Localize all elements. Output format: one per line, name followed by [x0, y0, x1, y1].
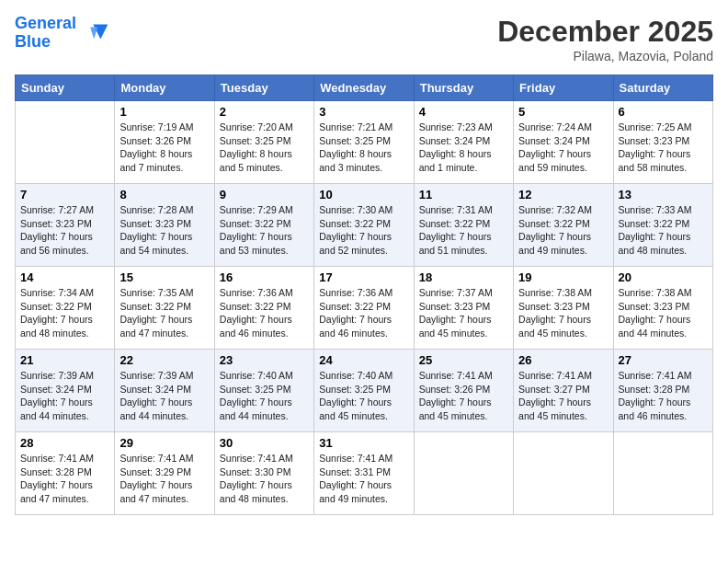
day-info: Sunrise: 7:34 AMSunset: 3:22 PMDaylight:…	[20, 286, 109, 340]
day-info: Sunrise: 7:30 AMSunset: 3:22 PMDaylight:…	[319, 203, 408, 258]
day-info: Sunrise: 7:39 AMSunset: 3:24 PMDaylight:…	[119, 369, 209, 423]
calendar-cell: 9Sunrise: 7:29 AMSunset: 3:22 PMDaylight…	[214, 184, 313, 267]
day-number: 4	[419, 105, 508, 119]
header-wednesday: Wednesday	[314, 75, 414, 101]
calendar-cell: 8Sunrise: 7:28 AMSunset: 3:23 PMDaylight…	[115, 184, 214, 267]
calendar-cell: 15Sunrise: 7:35 AMSunset: 3:22 PMDayligh…	[115, 267, 214, 350]
header-monday: Monday	[115, 75, 214, 101]
calendar-cell: 1Sunrise: 7:19 AMSunset: 3:26 PMDaylight…	[115, 101, 214, 184]
calendar-cell: 28Sunrise: 7:41 AMSunset: 3:28 PMDayligh…	[16, 432, 115, 515]
day-info: Sunrise: 7:28 AMSunset: 3:23 PMDaylight:…	[119, 203, 209, 258]
calendar-cell: 22Sunrise: 7:39 AMSunset: 3:24 PMDayligh…	[115, 350, 214, 432]
calendar-week-row: 21Sunrise: 7:39 AMSunset: 3:24 PMDayligh…	[16, 350, 713, 432]
calendar-cell	[16, 101, 115, 184]
calendar-week-row: 28Sunrise: 7:41 AMSunset: 3:28 PMDayligh…	[16, 432, 713, 515]
day-number: 28	[20, 436, 109, 450]
day-number: 8	[119, 188, 209, 201]
day-number: 7	[20, 188, 109, 201]
calendar-cell: 4Sunrise: 7:23 AMSunset: 3:24 PMDaylight…	[414, 101, 513, 184]
header-sunday: Sunday	[16, 75, 115, 101]
header-thursday: Thursday	[414, 75, 513, 101]
day-number: 24	[319, 353, 408, 367]
day-info: Sunrise: 7:41 AMSunset: 3:29 PMDaylight:…	[119, 452, 209, 506]
day-number: 12	[518, 188, 608, 201]
day-info: Sunrise: 7:40 AMSunset: 3:25 PMDaylight:…	[319, 369, 408, 423]
day-info: Sunrise: 7:31 AMSunset: 3:22 PMDaylight:…	[419, 203, 508, 258]
calendar-cell: 7Sunrise: 7:27 AMSunset: 3:23 PMDaylight…	[16, 184, 115, 267]
calendar-header-row: SundayMondayTuesdayWednesdayThursdayFrid…	[16, 75, 713, 101]
logo-text: GeneralBlue	[15, 15, 76, 52]
day-info: Sunrise: 7:25 AMSunset: 3:23 PMDaylight:…	[619, 121, 708, 175]
day-number: 15	[119, 270, 209, 284]
day-number: 16	[220, 270, 309, 284]
month-title: December 2025	[497, 15, 713, 49]
day-number: 30	[220, 436, 309, 450]
calendar-week-row: 7Sunrise: 7:27 AMSunset: 3:23 PMDaylight…	[16, 184, 713, 267]
day-info: Sunrise: 7:41 AMSunset: 3:30 PMDaylight:…	[220, 452, 309, 506]
calendar-cell: 31Sunrise: 7:41 AMSunset: 3:31 PMDayligh…	[314, 432, 414, 515]
calendar-table: SundayMondayTuesdayWednesdayThursdayFrid…	[15, 75, 713, 515]
day-number: 5	[518, 105, 608, 119]
calendar-cell: 19Sunrise: 7:38 AMSunset: 3:23 PMDayligh…	[514, 267, 613, 350]
calendar-cell	[414, 432, 513, 515]
logo-icon	[80, 18, 109, 48]
calendar-week-row: 1Sunrise: 7:19 AMSunset: 3:26 PMDaylight…	[16, 101, 713, 184]
day-info: Sunrise: 7:41 AMSunset: 3:28 PMDaylight:…	[20, 452, 109, 506]
day-info: Sunrise: 7:20 AMSunset: 3:25 PMDaylight:…	[220, 121, 309, 175]
calendar-cell	[613, 432, 712, 515]
title-block: December 2025 Pilawa, Mazovia, Poland	[497, 15, 713, 63]
day-number: 3	[319, 105, 408, 119]
day-info: Sunrise: 7:41 AMSunset: 3:27 PMDaylight:…	[518, 369, 608, 423]
day-info: Sunrise: 7:21 AMSunset: 3:25 PMDaylight:…	[319, 121, 408, 175]
header-saturday: Saturday	[613, 75, 712, 101]
calendar-cell: 14Sunrise: 7:34 AMSunset: 3:22 PMDayligh…	[16, 267, 115, 350]
day-info: Sunrise: 7:24 AMSunset: 3:24 PMDaylight:…	[518, 121, 608, 175]
page-header: GeneralBlue December 2025 Pilawa, Mazovi…	[15, 15, 713, 63]
calendar-cell: 27Sunrise: 7:41 AMSunset: 3:28 PMDayligh…	[613, 350, 712, 432]
day-info: Sunrise: 7:27 AMSunset: 3:23 PMDaylight:…	[20, 203, 109, 258]
day-info: Sunrise: 7:41 AMSunset: 3:26 PMDaylight:…	[419, 369, 508, 423]
calendar-week-row: 14Sunrise: 7:34 AMSunset: 3:22 PMDayligh…	[16, 267, 713, 350]
day-info: Sunrise: 7:41 AMSunset: 3:28 PMDaylight:…	[619, 369, 708, 423]
day-number: 29	[119, 436, 209, 450]
calendar-cell: 17Sunrise: 7:36 AMSunset: 3:22 PMDayligh…	[314, 267, 414, 350]
day-info: Sunrise: 7:38 AMSunset: 3:23 PMDaylight:…	[619, 286, 708, 340]
calendar-cell: 24Sunrise: 7:40 AMSunset: 3:25 PMDayligh…	[314, 350, 414, 432]
calendar-cell: 25Sunrise: 7:41 AMSunset: 3:26 PMDayligh…	[414, 350, 513, 432]
day-number: 11	[419, 188, 508, 201]
day-number: 31	[319, 436, 408, 450]
header-tuesday: Tuesday	[214, 75, 313, 101]
day-number: 6	[619, 105, 708, 119]
logo: GeneralBlue	[15, 15, 109, 52]
day-info: Sunrise: 7:36 AMSunset: 3:22 PMDaylight:…	[319, 286, 408, 340]
calendar-cell: 6Sunrise: 7:25 AMSunset: 3:23 PMDaylight…	[613, 101, 712, 184]
header-friday: Friday	[514, 75, 613, 101]
day-number: 25	[419, 353, 508, 367]
day-info: Sunrise: 7:39 AMSunset: 3:24 PMDaylight:…	[20, 369, 109, 423]
day-info: Sunrise: 7:35 AMSunset: 3:22 PMDaylight:…	[119, 286, 209, 340]
svg-marker-1	[90, 27, 97, 39]
day-number: 26	[518, 353, 608, 367]
calendar-cell: 12Sunrise: 7:32 AMSunset: 3:22 PMDayligh…	[514, 184, 613, 267]
day-number: 17	[319, 270, 408, 284]
calendar-cell	[514, 432, 613, 515]
day-number: 1	[119, 105, 209, 119]
calendar-cell: 30Sunrise: 7:41 AMSunset: 3:30 PMDayligh…	[214, 432, 313, 515]
day-info: Sunrise: 7:40 AMSunset: 3:25 PMDaylight:…	[220, 369, 309, 423]
calendar-cell: 20Sunrise: 7:38 AMSunset: 3:23 PMDayligh…	[613, 267, 712, 350]
calendar-cell: 29Sunrise: 7:41 AMSunset: 3:29 PMDayligh…	[115, 432, 214, 515]
location: Pilawa, Mazovia, Poland	[497, 49, 713, 63]
day-number: 18	[419, 270, 508, 284]
day-info: Sunrise: 7:33 AMSunset: 3:22 PMDaylight:…	[619, 203, 708, 258]
calendar-cell: 16Sunrise: 7:36 AMSunset: 3:22 PMDayligh…	[214, 267, 313, 350]
calendar-cell: 11Sunrise: 7:31 AMSunset: 3:22 PMDayligh…	[414, 184, 513, 267]
calendar-cell: 3Sunrise: 7:21 AMSunset: 3:25 PMDaylight…	[314, 101, 414, 184]
calendar-cell: 2Sunrise: 7:20 AMSunset: 3:25 PMDaylight…	[214, 101, 313, 184]
calendar-cell: 21Sunrise: 7:39 AMSunset: 3:24 PMDayligh…	[16, 350, 115, 432]
calendar-cell: 5Sunrise: 7:24 AMSunset: 3:24 PMDaylight…	[514, 101, 613, 184]
day-number: 27	[619, 353, 708, 367]
calendar-cell: 13Sunrise: 7:33 AMSunset: 3:22 PMDayligh…	[613, 184, 712, 267]
day-number: 10	[319, 188, 408, 201]
day-info: Sunrise: 7:23 AMSunset: 3:24 PMDaylight:…	[419, 121, 508, 175]
calendar-cell: 10Sunrise: 7:30 AMSunset: 3:22 PMDayligh…	[314, 184, 414, 267]
